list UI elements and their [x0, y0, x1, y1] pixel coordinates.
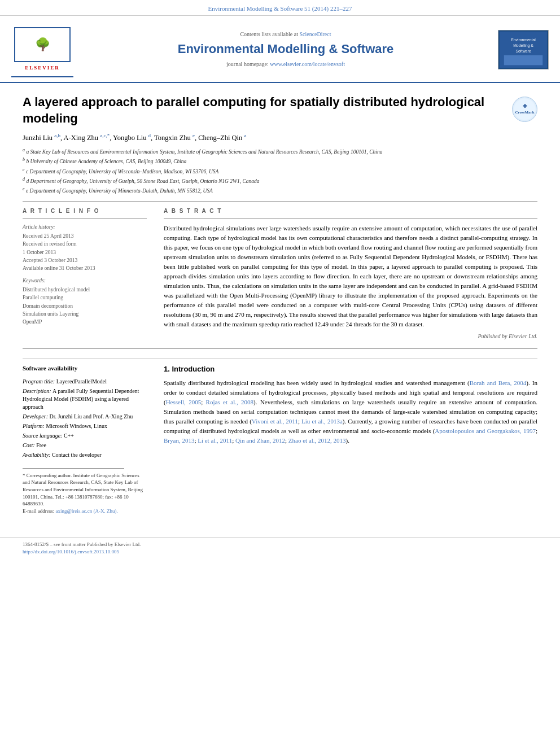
keyword-5: OpenMP [23, 318, 147, 326]
ref-qin[interactable]: Qin and Zhan, 2012 [235, 437, 285, 444]
affiliation-b: b b University of Chinese Academy of Sci… [23, 156, 537, 165]
divider-1 [23, 201, 537, 202]
software-program-title: Program title: LayeredParallelModel [23, 378, 147, 386]
svg-text:Environmental: Environmental [511, 38, 536, 42]
developer-label: Developer: [23, 413, 49, 420]
availability-value: Contact the developer [52, 452, 102, 458]
software-col: Software availability Program title: Lay… [23, 364, 147, 514]
software-cost: Cost: Free [23, 442, 147, 449]
platform-label: Platform: [23, 423, 46, 429]
keyword-1: Distributed hydrological model [23, 286, 147, 294]
ref-vivoni[interactable]: Vivoni et al., 2011 [252, 418, 298, 425]
abstract-text: Distributed hydrological simulations ove… [164, 224, 537, 330]
history-accepted: Accepted 3 October 2013 [23, 257, 147, 264]
program-title-label: Program title: [23, 378, 56, 385]
ref-zhao[interactable]: Zhao et al., 2012, 2013 [288, 437, 346, 444]
sciencedirect-link[interactable]: ScienceDirect [299, 31, 331, 37]
history-label: Article history: [23, 224, 147, 231]
citation-bar: Environmental Modelling & Software 51 (2… [0, 0, 560, 16]
affiliation-a: a a State Key Lab of Resources and Envir… [23, 147, 537, 156]
software-title: Software availability [23, 364, 147, 373]
cost-label: Cost: [23, 442, 36, 448]
developer-value: Dr. Junzhi Liu and Prof. A-Xing Zhu [49, 413, 133, 420]
authors-text: Junzhi Liu a,b, A-Xing Zhu a,c,*, Yongbo… [23, 134, 246, 142]
affiliation-d: d d Department of Geography, University … [23, 176, 537, 185]
abstract-col: A B S T R A C T Distributed hydrological… [164, 207, 537, 341]
footnote-email: axing@lreis.ac.cn (A-X. Zhu). [55, 508, 117, 514]
abstract-paragraph: Distributed hydrological simulations ove… [164, 224, 537, 330]
ref-liu2013a[interactable]: Liu et al., 2013a [301, 418, 343, 425]
footnote-asterisk: * Corresponding author. Institute of Geo… [23, 473, 143, 506]
description-label: Description: [23, 388, 53, 394]
software-availability: Availability: Contact the developer [23, 451, 147, 459]
elsevier-logo-block: 🌳 ELSEVIER [11, 21, 73, 77]
footer-doi[interactable]: http://dx.doi.org/10.1016/j.envsoft.2013… [23, 549, 119, 554]
software-developer: Developer: Dr. Junzhi Liu and Prof. A-Xi… [23, 413, 147, 421]
footnote-text: * Corresponding author. Institute of Geo… [23, 472, 147, 515]
journal-homepage: journal homepage: www.elsevier.com/locat… [85, 60, 487, 68]
keyword-4: Simulation units Layering [23, 311, 147, 318]
footnote-email-label: E-mail address: [23, 508, 55, 514]
article-info-label: A R T I C L E I N F O [23, 207, 147, 215]
elsevier-label: ELSEVIER [25, 64, 60, 72]
abstract-divider [164, 219, 537, 219]
ref-apostolopoulos[interactable]: Apostolopoulos and Georgakakos, 1997 [435, 427, 536, 434]
svg-rect-5 [504, 55, 542, 65]
affiliation-e: e e Department of Geography, University … [23, 186, 537, 195]
paper-title-row: A layered approach to parallel computing… [23, 94, 537, 126]
paper-container: A layered approach to parallel computing… [0, 83, 560, 526]
history-revised-label: Received in revised form [23, 241, 147, 248]
ref-bryan[interactable]: Bryan, 2013 [164, 437, 194, 444]
program-title-value: LayeredParallelModel [56, 378, 107, 385]
software-platform: Platform: Microsoft Windows, Linux [23, 422, 147, 430]
source-value: C++ [64, 433, 74, 439]
journal-header: 🌳 ELSEVIER Contents lists available at S… [0, 16, 560, 83]
platform-value: Microsoft Windows, Linux [46, 423, 107, 429]
citation-text: Environmental Modelling & Software 51 (2… [208, 5, 352, 12]
intro-col: 1. Introduction Spatially distributed hy… [164, 364, 537, 514]
intro-paragraph-1: Spatially distributed hydrological model… [164, 378, 537, 445]
footnote-divider [23, 468, 124, 469]
sciencedirect-prefix: Contents lists available at [240, 31, 298, 37]
history-revised-date: 1 October 2013 [23, 249, 147, 256]
bottom-section: Software availability Program title: Lay… [23, 358, 537, 514]
journal-thumbnail: Environmental Modelling & Software [498, 30, 549, 69]
paper-title: A layered approach to parallel computing… [23, 94, 497, 126]
svg-text:Modelling &: Modelling & [513, 43, 533, 48]
sciencedirect-line: Contents lists available at ScienceDirec… [85, 30, 487, 38]
article-info-col: A R T I C L E I N F O Article history: R… [23, 207, 147, 341]
cost-value: Free [36, 442, 46, 448]
abstract-label: A B S T R A C T [164, 207, 537, 215]
ref-hessell[interactable]: Hessell, 2005 [166, 399, 202, 405]
affiliations-block: a a State Key Lab of Resources and Envir… [23, 147, 537, 195]
svg-text:Software: Software [516, 49, 531, 53]
homepage-url[interactable]: www.elsevier.com/locate/envsoft [270, 61, 345, 67]
intro-text: Spatially distributed hydrological model… [164, 378, 537, 445]
crossmark-icon: ✚CrossMark [512, 97, 537, 122]
footer-issn: 1364-8152/$ – see front matter Published… [23, 541, 141, 547]
footer-bar: 1364-8152/$ – see front matter Published… [0, 537, 560, 558]
history-received: Received 25 April 2013 [23, 233, 147, 240]
history-available: Available online 31 October 2013 [23, 265, 147, 272]
affiliation-c: c c Department of Geography, University … [23, 167, 537, 176]
software-description: Description: A parallel Fully Sequential… [23, 387, 147, 411]
ref-li[interactable]: Li et al., 2011 [198, 437, 232, 444]
article-info-divider [23, 219, 147, 219]
keywords-section: Keywords: Distributed hydrological model… [23, 277, 147, 326]
ref-borah[interactable]: Borah and Bera, 2004 [470, 379, 527, 386]
source-label: Source language: [23, 433, 64, 439]
intro-section-num: 1. Introduction [164, 364, 537, 374]
journal-title: Environmental Modelling & Software [85, 41, 487, 58]
keyword-3: Domain decomposition [23, 303, 147, 310]
article-body: A R T I C L E I N F O Article history: R… [23, 207, 537, 341]
homepage-label: journal homepage: [226, 61, 269, 67]
availability-label: Availability: [23, 452, 52, 458]
published-by: Published by Elsevier Ltd. [164, 333, 537, 340]
crossmark-badge[interactable]: ✚CrossMark [512, 97, 537, 122]
keywords-label: Keywords: [23, 277, 147, 285]
ref-rojas[interactable]: Rojas et al., 2008 [206, 399, 254, 405]
elsevier-tree-icon: 🌳 [35, 36, 50, 54]
authors-line: Junzhi Liu a,b, A-Xing Zhu a,c,*, Yongbo… [23, 132, 537, 143]
software-source: Source language: C++ [23, 432, 147, 440]
keyword-2: Parallel computing [23, 294, 147, 302]
